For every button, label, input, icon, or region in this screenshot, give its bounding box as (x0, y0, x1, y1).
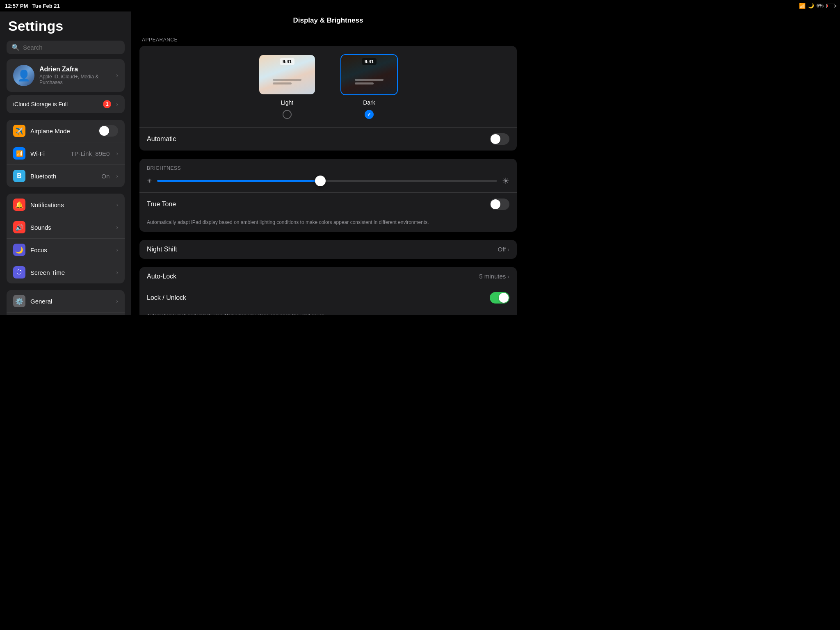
brightness-card: BRIGHTNESS ☀ ☀ True Tone Automatically a… (139, 159, 517, 232)
status-bar: 12:57 PM Tue Feb 21 📶 🌙 6% (0, 0, 525, 11)
general-chevron-icon: › (116, 298, 118, 304)
icloud-warning-text: iCloud Storage is Full (13, 101, 68, 107)
sidebar-item-control-center[interactable]: Control Center › (7, 313, 125, 315)
status-time: 12:57 PM (5, 3, 28, 9)
main-layout: Settings 🔍 👤 Adrien Zafra Apple ID, iClo… (0, 11, 525, 315)
appearance-header: APPEARANCE (139, 37, 517, 46)
status-time-date: 12:57 PM Tue Feb 21 (5, 2, 60, 9)
night-shift-value: Off (498, 246, 506, 253)
lock-unlock-label: Lock / Unlock (147, 294, 490, 301)
true-tone-row: True Tone (139, 192, 517, 216)
sidebar-item-sounds[interactable]: 🔊 Sounds › (7, 216, 125, 239)
screen-time-chevron-icon: › (116, 269, 118, 276)
light-preview: 9:41 (258, 54, 316, 95)
true-tone-toggle[interactable] (490, 199, 509, 210)
sidebar-item-focus[interactable]: 🌙 Focus › (7, 239, 125, 261)
brightness-slider[interactable] (157, 180, 497, 182)
automatic-toggle[interactable] (490, 133, 509, 145)
bluetooth-value: On (101, 173, 110, 180)
user-name: Adrien Zafra (39, 66, 111, 73)
dark-preview-time: 9:41 (362, 58, 377, 65)
airplane-mode-icon: ✈️ (13, 125, 25, 137)
light-preview-time: 9:41 (280, 58, 294, 65)
panel-title: Display & Brightness (139, 11, 517, 33)
sidebar-item-airplane-mode[interactable]: ✈️ Airplane Mode (7, 120, 125, 142)
sidebar: Settings 🔍 👤 Adrien Zafra Apple ID, iClo… (0, 11, 131, 315)
appearance-options: 9:41 Light 9:41 (139, 46, 517, 127)
user-chevron-icon: › (116, 72, 118, 79)
wifi-settings-icon: 📶 (13, 147, 25, 160)
notifications-chevron-icon: › (116, 201, 118, 208)
dark-label: Dark (363, 99, 375, 106)
automatic-row: Automatic (139, 127, 517, 151)
general-group: ⚙️ General › Control Center › (7, 290, 125, 315)
notifications-label: Notifications (30, 201, 110, 208)
sounds-icon: 🔊 (13, 221, 25, 233)
airplane-mode-toggle[interactable] (98, 125, 118, 137)
bluetooth-chevron-icon: › (116, 173, 118, 179)
sidebar-item-screen-time[interactable]: ⏱ Screen Time › (7, 261, 125, 283)
brightness-header: BRIGHTNESS (147, 165, 509, 171)
appearance-option-dark[interactable]: 9:41 Dark (340, 54, 398, 119)
icloud-badge: 1 (103, 100, 111, 108)
focus-label: Focus (30, 247, 110, 253)
icloud-chevron-icon: › (116, 101, 118, 107)
sidebar-title: Settings (0, 11, 131, 38)
search-icon: 🔍 (11, 43, 20, 51)
general-label: General (30, 298, 110, 305)
brightness-slider-row: ☀ ☀ (147, 176, 509, 186)
avatar: 👤 (13, 65, 34, 86)
night-shift-label: Night Shift (147, 246, 498, 253)
auto-lock-row[interactable]: Auto-Lock 5 minutes › (139, 267, 517, 286)
lock-card: Auto-Lock 5 minutes › Lock / Unlock Auto… (139, 267, 517, 315)
bluetooth-icon: B (13, 170, 25, 182)
general-icon: ⚙️ (13, 295, 25, 307)
light-label: Light (281, 99, 293, 106)
wifi-value: TP-Link_89E0 (71, 150, 110, 157)
screen-time-label: Screen Time (30, 269, 110, 276)
dark-preview: 9:41 (340, 54, 398, 95)
search-bar[interactable]: 🔍 (7, 41, 125, 54)
sidebar-item-bluetooth[interactable]: B Bluetooth On › (7, 165, 125, 187)
appearance-card: 9:41 Light 9:41 (139, 46, 517, 151)
brightness-high-icon: ☀ (502, 176, 509, 186)
auto-lock-chevron-icon: › (507, 273, 509, 280)
user-subtitle: Apple ID, iCloud+, Media & Purchases (39, 74, 111, 85)
wifi-chevron-icon: › (116, 150, 118, 157)
auto-lock-value: 5 minutes (479, 273, 506, 280)
sidebar-item-wifi[interactable]: 📶 Wi-Fi TP-Link_89E0 › (7, 142, 125, 165)
sidebar-item-notifications[interactable]: 🔔 Notifications › (7, 194, 125, 216)
sounds-chevron-icon: › (116, 224, 118, 231)
sounds-label: Sounds (30, 224, 110, 231)
right-panel: Display & Brightness APPEARANCE 9:41 (131, 11, 525, 315)
night-shift-row[interactable]: Night Shift Off › (139, 240, 517, 259)
true-tone-label: True Tone (147, 201, 490, 208)
focus-icon: 🌙 (13, 244, 25, 256)
night-shift-chevron-icon: › (507, 246, 509, 253)
lock-unlock-toggle[interactable] (490, 292, 509, 304)
auto-lock-label: Auto-Lock (147, 273, 479, 280)
status-date: Tue Feb 21 (32, 3, 60, 9)
notifications-icon: 🔔 (13, 199, 25, 211)
airplane-mode-label: Airplane Mode (30, 128, 94, 135)
notifications-group: 🔔 Notifications › 🔊 Sounds › 🌙 Focus › ⏱… (7, 194, 125, 283)
appearance-option-light[interactable]: 9:41 Light (258, 54, 316, 119)
user-profile[interactable]: 👤 Adrien Zafra Apple ID, iCloud+, Media … (7, 59, 125, 92)
network-group: ✈️ Airplane Mode 📶 Wi-Fi TP-Link_89E0 › … (7, 120, 125, 187)
wifi-label: Wi-Fi (30, 150, 66, 157)
night-shift-card: Night Shift Off › (139, 240, 517, 259)
true-tone-description: Automatically adapt iPad display based o… (139, 216, 517, 232)
dark-radio[interactable] (365, 110, 374, 119)
search-input[interactable] (23, 44, 120, 51)
sidebar-item-general[interactable]: ⚙️ General › (7, 290, 125, 313)
lock-unlock-description: Automatically lock and unlock your iPad … (139, 309, 517, 315)
automatic-label: Automatic (147, 135, 490, 143)
light-radio[interactable] (283, 110, 292, 119)
focus-chevron-icon: › (116, 247, 118, 253)
brightness-low-icon: ☀ (147, 178, 152, 184)
icloud-warning[interactable]: iCloud Storage is Full 1 › (7, 95, 125, 113)
screen-time-icon: ⏱ (13, 266, 25, 278)
bluetooth-label: Bluetooth (30, 173, 96, 180)
lock-unlock-row: Lock / Unlock (139, 286, 517, 309)
brightness-section: BRIGHTNESS ☀ ☀ (139, 159, 517, 192)
